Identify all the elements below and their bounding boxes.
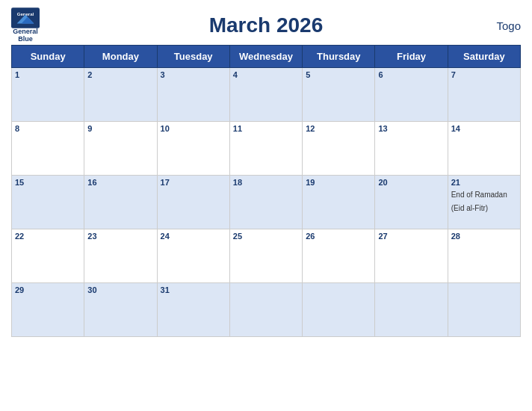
calendar-cell: 5 — [303, 68, 375, 122]
day-number: 7 — [451, 70, 517, 79]
weekday-friday: Friday — [375, 46, 448, 68]
day-number: 1 — [15, 70, 81, 79]
calendar-cell: 13 — [375, 122, 448, 176]
day-number: 5 — [306, 70, 371, 79]
weekday-tuesday: Tuesday — [157, 46, 229, 68]
day-number: 28 — [451, 232, 517, 241]
calendar-cell: 6 — [375, 68, 448, 122]
day-number: 17 — [161, 178, 226, 187]
day-number: 19 — [306, 178, 371, 187]
calendar-cell: 12 — [303, 122, 375, 176]
day-number: 12 — [306, 124, 371, 133]
calendar-week-5: 293031 — [12, 283, 521, 337]
calendar-cell: 1 — [12, 68, 84, 122]
calendar-cell: 29 — [12, 283, 84, 337]
day-number: 10 — [161, 124, 226, 133]
calendar-cell: 27 — [375, 229, 448, 283]
calendar-cell: 9 — [84, 122, 157, 176]
day-number: 16 — [87, 178, 153, 187]
day-number: 11 — [233, 124, 299, 133]
day-number: 24 — [161, 232, 226, 241]
calendar-cell: 19 — [303, 176, 375, 229]
day-number: 27 — [378, 232, 444, 241]
calendar-cell: 10 — [157, 122, 229, 176]
calendar-week-1: 1234567 — [12, 68, 521, 122]
day-number: 26 — [306, 232, 371, 241]
calendar-cell: 7 — [448, 68, 520, 122]
calendar-title: March 2026 — [209, 13, 324, 37]
calendar-table: SundayMondayTuesdayWednesdayThursdayFrid… — [11, 45, 521, 337]
calendar-cell — [375, 283, 448, 337]
event-text: End of Ramadan (Eid al-Fitr) — [451, 191, 507, 212]
calendar-cell: 24 — [157, 229, 229, 283]
weekday-sunday: Sunday — [12, 46, 84, 68]
day-number: 18 — [233, 178, 299, 187]
calendar-cell — [303, 283, 375, 337]
calendar-header: General General Blue March 2026 Togo — [11, 7, 521, 42]
logo-line2: Blue — [18, 36, 33, 43]
weekday-thursday: Thursday — [303, 46, 375, 68]
weekday-saturday: Saturday — [448, 46, 520, 68]
day-number: 20 — [378, 178, 444, 187]
calendar-cell: 31 — [157, 283, 229, 337]
day-number: 29 — [15, 285, 81, 294]
calendar-cell: 2 — [84, 68, 157, 122]
calendar-cell: 21End of Ramadan (Eid al-Fitr) — [448, 176, 520, 229]
day-number: 15 — [15, 178, 81, 187]
day-number: 3 — [161, 70, 226, 79]
calendar-cell: 16 — [84, 176, 157, 229]
day-number: 4 — [233, 70, 299, 79]
day-number: 25 — [233, 232, 299, 241]
calendar-cell: 4 — [229, 68, 302, 122]
day-number: 6 — [378, 70, 444, 79]
calendar-cell: 28 — [448, 229, 520, 283]
day-number: 13 — [378, 124, 444, 133]
country-label: Togo — [496, 19, 521, 32]
calendar-week-3: 15161718192021End of Ramadan (Eid al-Fit… — [12, 176, 521, 229]
weekday-header-row: SundayMondayTuesdayWednesdayThursdayFrid… — [12, 46, 521, 68]
calendar-cell: 8 — [12, 122, 84, 176]
weekday-wednesday: Wednesday — [229, 46, 302, 68]
calendar-cell: 25 — [229, 229, 302, 283]
calendar-cell: 14 — [448, 122, 520, 176]
calendar-cell: 17 — [157, 176, 229, 229]
day-number: 8 — [15, 124, 81, 133]
calendar-cell: 22 — [12, 229, 84, 283]
day-number: 30 — [87, 285, 153, 294]
calendar-week-2: 891011121314 — [12, 122, 521, 176]
calendar-cell: 11 — [229, 122, 302, 176]
calendar-cell: 3 — [157, 68, 229, 122]
calendar-cell: 30 — [84, 283, 157, 337]
day-number: 9 — [87, 124, 153, 133]
calendar-week-4: 22232425262728 — [12, 229, 521, 283]
calendar-cell: 20 — [375, 176, 448, 229]
day-number: 14 — [451, 124, 517, 133]
day-number: 22 — [15, 232, 81, 241]
day-number: 2 — [87, 70, 153, 79]
calendar-cell — [448, 283, 520, 337]
day-number: 23 — [87, 232, 153, 241]
calendar-cell: 23 — [84, 229, 157, 283]
calendar-cell: 15 — [12, 176, 84, 229]
day-number: 31 — [161, 285, 226, 294]
weekday-monday: Monday — [84, 46, 157, 68]
calendar-cell: 18 — [229, 176, 302, 229]
day-number: 21 — [451, 178, 517, 187]
logo: General General Blue — [11, 7, 40, 43]
calendar-cell — [229, 283, 302, 337]
calendar-cell: 26 — [303, 229, 375, 283]
